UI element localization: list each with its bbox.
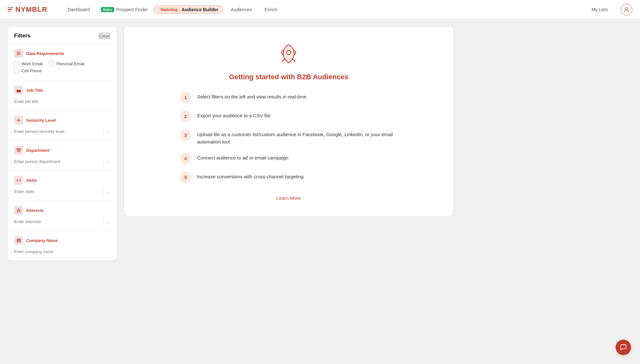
svg-rect-14 xyxy=(19,151,20,152)
department-select-wrap: ⌄ xyxy=(14,158,110,165)
seniority-input[interactable] xyxy=(14,128,101,135)
filter-section-skills: Skills ⌄ xyxy=(8,170,116,200)
svg-rect-13 xyxy=(17,151,19,152)
work-email-checkbox-box[interactable] xyxy=(14,61,19,66)
building-icon xyxy=(14,236,23,245)
svg-point-0 xyxy=(626,7,628,10)
filter-section-interests: Interests ⌄ xyxy=(8,200,116,230)
step-text-2: Export your audience to a CSV file xyxy=(197,110,270,120)
interests-input[interactable] xyxy=(14,218,101,225)
seniority-header: Seniority Level xyxy=(14,116,110,125)
data-requirements-checkboxes: Work Email Personal Email xyxy=(14,61,110,66)
interests-label: Interests xyxy=(26,208,44,213)
main-layout: Filters Clear Data Requirements xyxy=(0,19,461,268)
svg-rect-22 xyxy=(18,241,19,242)
department-icon xyxy=(14,146,23,155)
step-1: 1 Select filters on the left and view re… xyxy=(180,91,397,103)
company-name-label: Company Name xyxy=(26,238,58,243)
cell-phone-checkbox-box[interactable] xyxy=(14,68,19,73)
clear-filters-button[interactable]: Clear xyxy=(99,33,110,39)
seniority-chevron-icon[interactable]: ⌄ xyxy=(106,129,110,134)
app-header: NYMBLR Dashboard Sales Prospect Finder M… xyxy=(0,0,640,19)
step-text-3: Upload file as a customer list/custom au… xyxy=(197,129,397,145)
svg-rect-20 xyxy=(18,240,19,241)
cell-phone-label: Cell Phone xyxy=(21,68,42,73)
nav-item-audience-builder[interactable]: Marketing Audience Builder xyxy=(154,5,223,14)
rocket-icon xyxy=(276,42,301,68)
work-email-checkbox[interactable]: Work Email xyxy=(14,61,43,66)
job-title-input[interactable] xyxy=(14,98,110,105)
seniority-label: Seniority Level xyxy=(26,118,56,123)
sliders-icon xyxy=(14,49,23,58)
step-number-2: 2 xyxy=(180,111,191,122)
user-avatar[interactable] xyxy=(621,4,632,15)
department-header: Department xyxy=(14,146,110,155)
skills-label: Skills xyxy=(26,178,37,183)
step-number-3: 3 xyxy=(180,129,191,141)
skills-input[interactable] xyxy=(14,188,101,195)
personal-email-checkbox-box[interactable] xyxy=(49,61,54,66)
filter-section-data-requirements: Data Requirements Work Email Personal Em… xyxy=(8,43,116,80)
company-name-input[interactable] xyxy=(14,248,110,255)
skills-chevron-icon[interactable]: ⌄ xyxy=(106,189,110,194)
skills-select-wrap: ⌄ xyxy=(14,188,110,195)
step-number-4: 4 xyxy=(180,153,191,164)
job-title-input-wrap xyxy=(14,98,110,105)
nav-item-my-lists[interactable]: My Lists xyxy=(587,5,613,14)
filter-section-job-title: Job Title xyxy=(8,80,116,110)
svg-rect-7 xyxy=(17,89,21,92)
divider xyxy=(103,128,104,135)
personal-email-label: Personal Email xyxy=(56,61,84,66)
svg-point-4 xyxy=(17,52,18,53)
company-name-header: Company Name xyxy=(14,236,110,245)
cell-phone-checkbox[interactable]: Cell Phone xyxy=(14,68,42,73)
step-5: 5 Increase conversions with cross-channe… xyxy=(180,171,397,183)
personal-email-checkbox[interactable]: Personal Email xyxy=(49,61,84,66)
steps-list: 1 Select filters on the left and view re… xyxy=(180,91,397,190)
department-chevron-icon[interactable]: ⌄ xyxy=(106,159,110,164)
content-area: Getting started with B2B Audiences 1 Sel… xyxy=(124,27,453,260)
audience-builder-label: Audience Builder xyxy=(181,7,218,12)
svg-rect-16 xyxy=(17,239,18,240)
data-requirements-label: Data Requirements xyxy=(26,51,64,56)
plus-cross-icon xyxy=(14,116,23,125)
filters-header: Filters Clear xyxy=(8,27,116,43)
divider xyxy=(103,159,104,165)
svg-rect-10 xyxy=(17,148,18,150)
svg-rect-19 xyxy=(17,240,18,241)
nav-item-dashboard[interactable]: Dashboard xyxy=(63,5,95,14)
divider xyxy=(103,189,104,195)
step-number-5: 5 xyxy=(180,172,191,183)
learn-more-button[interactable]: Learn More xyxy=(276,195,301,201)
data-requirements-header: Data Requirements xyxy=(14,49,110,58)
svg-rect-11 xyxy=(18,148,19,150)
svg-rect-17 xyxy=(18,239,19,240)
filter-section-department: Department ⌄ xyxy=(8,140,116,170)
chat-button[interactable] xyxy=(616,340,631,355)
step-text-5: Increase conversions with cross-channel … xyxy=(197,171,304,181)
cell-phone-row: Cell Phone xyxy=(14,68,110,73)
svg-point-23 xyxy=(286,50,291,55)
step-text-1: Select filters on the left and view resu… xyxy=(197,91,307,101)
skills-header: Skills xyxy=(14,176,110,185)
step-2: 2 Export your audience to a CSV file xyxy=(180,110,397,122)
briefcase-icon xyxy=(14,86,23,95)
step-4: 4 Connect audience to ad or email campai… xyxy=(180,152,397,164)
company-name-input-wrap xyxy=(14,248,110,255)
interests-chevron-icon[interactable]: ⌄ xyxy=(106,219,110,224)
logo[interactable]: NYMBLR xyxy=(8,5,47,14)
department-label: Department xyxy=(26,148,49,153)
marketing-badge: Marketing xyxy=(158,7,180,12)
svg-point-5 xyxy=(19,53,20,54)
filters-title: Filters xyxy=(14,33,30,39)
logo-lines-icon xyxy=(8,7,13,12)
svg-point-6 xyxy=(18,54,19,55)
work-email-label: Work Email xyxy=(21,61,43,66)
divider xyxy=(103,219,104,225)
job-title-header: Job Title xyxy=(14,86,110,95)
nav-item-prospect-finder[interactable]: Sales Prospect Finder xyxy=(98,5,151,14)
department-input[interactable] xyxy=(14,158,101,165)
nav-item-audiences[interactable]: Audiences xyxy=(226,5,257,14)
nav-item-enrich[interactable]: Enrich xyxy=(260,5,283,14)
interests-icon xyxy=(14,206,23,215)
